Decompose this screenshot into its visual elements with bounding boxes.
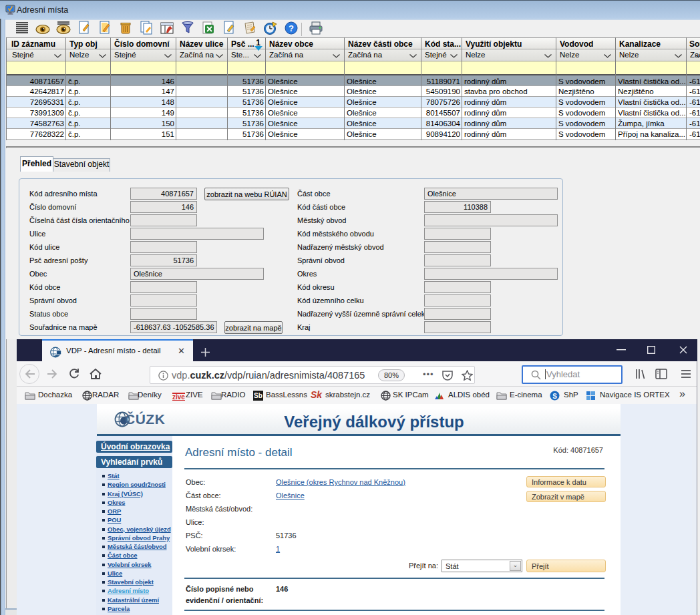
svg-text:S: S	[552, 393, 557, 400]
svg-text:?: ?	[289, 23, 294, 33]
